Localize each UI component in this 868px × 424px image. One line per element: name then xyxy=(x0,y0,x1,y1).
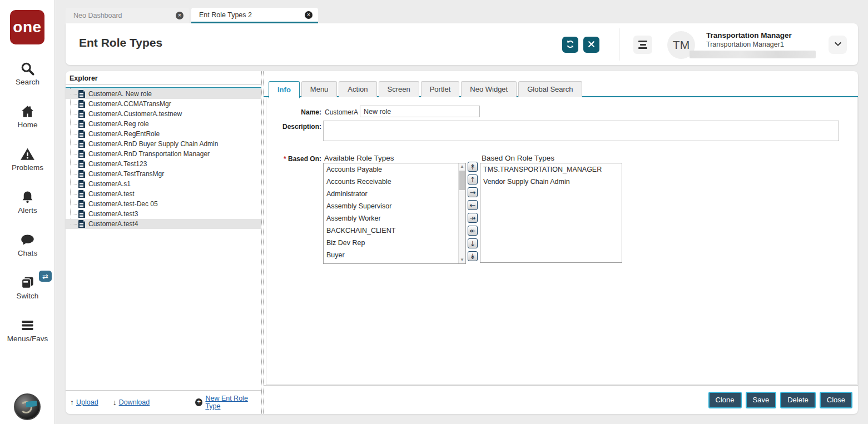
explorer-item-label: CustomerA.Test123 xyxy=(88,160,147,168)
explorer-item[interactable]: CustomerA.RegEntRole xyxy=(66,129,261,139)
move-all-left-button[interactable]: ↞ xyxy=(468,226,478,236)
new-ent-role-type-link[interactable]: New Ent Role Type xyxy=(205,395,261,410)
move-to-bottom-button[interactable]: ↡ xyxy=(468,251,478,261)
form-tab[interactable]: Neo Widget xyxy=(461,81,517,97)
sidebar-item-label: Home xyxy=(17,121,37,129)
sidebar-item-label: Search xyxy=(16,78,39,86)
explorer-item-label: CustomerA.s1 xyxy=(88,180,131,188)
listbox-scrollbar: ▲ ▼ xyxy=(458,163,465,263)
sidebar-item-menus-favs[interactable]: Menus/Favs xyxy=(0,309,55,352)
explorer-panel: Explorer CustomerA. New role CustomerA.C… xyxy=(66,71,261,414)
form-tab[interactable]: Screen xyxy=(379,81,419,97)
document-icon xyxy=(78,90,85,98)
sidebar-item-label: Alerts xyxy=(18,206,37,215)
explorer-footer: ↑ Upload ↓ Download + New Ent Role Type xyxy=(66,390,261,414)
transfer-button-column: ↟ ↑ → ← ↠ ↞ ↓ ↡ xyxy=(468,162,479,261)
assistant-avatar[interactable] xyxy=(14,393,41,420)
explorer-item[interactable]: CustomerA.RnD Transportation Manager xyxy=(66,149,261,159)
sidebar-item-home[interactable]: Home xyxy=(0,95,55,138)
description-input[interactable] xyxy=(323,121,839,141)
explorer-item-label: CustomerA.test4 xyxy=(88,220,138,228)
explorer-item-label: CustomerA.CustomerA.testnew xyxy=(88,110,182,118)
panel-divider[interactable] xyxy=(261,71,264,414)
sidebar-item-alerts[interactable]: Alerts xyxy=(0,181,55,223)
close-screen-button[interactable] xyxy=(583,37,599,53)
available-role-option[interactable]: Assembly Worker xyxy=(324,212,458,225)
explorer-item[interactable]: CustomerA.Test123 xyxy=(66,159,261,169)
document-icon xyxy=(78,150,85,158)
form-tabbar: Info Menu Action Screen Portlet Neo Widg… xyxy=(266,81,584,97)
form-tab[interactable]: Portlet xyxy=(421,81,460,97)
move-left-button[interactable]: ← xyxy=(468,200,478,210)
document-icon xyxy=(78,200,85,208)
move-right-button[interactable]: → xyxy=(468,187,478,197)
form-tab[interactable]: Action xyxy=(339,81,376,97)
upload-link[interactable]: Upload xyxy=(76,398,98,406)
user-name: Transportation Manager1 xyxy=(706,41,784,48)
refresh-button[interactable] xyxy=(562,37,578,53)
name-prefix: CustomerA . xyxy=(325,108,361,116)
document-icon xyxy=(78,210,85,218)
download-link[interactable]: Download xyxy=(119,398,150,406)
explorer-title: Explorer xyxy=(70,74,98,82)
close-tab-icon[interactable]: × xyxy=(176,12,183,19)
available-role-option[interactable]: Assembly Supervisor xyxy=(324,200,458,212)
available-role-option[interactable]: BACKCHAIN_CLIENT xyxy=(324,225,458,237)
document-icon xyxy=(78,170,85,178)
move-down-button[interactable]: ↓ xyxy=(468,238,478,248)
explorer-item[interactable]: CustomerA.test4 xyxy=(66,219,261,229)
close-button[interactable]: Close xyxy=(820,392,852,408)
clone-button[interactable]: Clone xyxy=(708,392,742,408)
explorer-item[interactable]: CustomerA.s1 xyxy=(66,179,261,189)
one-logo[interactable]: one xyxy=(10,10,44,44)
based-on-label: * Based On: xyxy=(266,155,321,163)
available-role-option[interactable]: Buyer xyxy=(324,249,458,261)
explorer-item[interactable]: CustomerA.TestTransMgr xyxy=(66,169,261,179)
explorer-item[interactable]: CustomerA.test xyxy=(66,189,261,199)
based-on-role-option[interactable]: Vendor Supply Chain Admin xyxy=(480,176,622,188)
form-tab[interactable]: Menu xyxy=(301,81,338,97)
sidebar-item-switch[interactable]: Switch ⇄ xyxy=(0,266,55,309)
form-tab[interactable]: Info xyxy=(269,81,300,98)
window-tab-ent-role-types[interactable]: Ent Role Types 2 × xyxy=(191,8,318,23)
switch-badge-icon[interactable]: ⇄ xyxy=(39,271,52,282)
available-role-option[interactable]: Accounts Payable xyxy=(324,163,458,176)
move-all-right-button[interactable]: ↠ xyxy=(468,213,478,223)
document-icon xyxy=(78,140,85,148)
user-menu-chevron-button[interactable] xyxy=(829,36,847,54)
move-up-button[interactable]: ↑ xyxy=(468,174,478,184)
page-header: Ent Role Types TM Transportation Manager… xyxy=(66,23,858,65)
close-tab-icon[interactable]: × xyxy=(305,11,313,19)
explorer-item[interactable]: CustomerA. New role xyxy=(66,89,261,99)
explorer-item[interactable]: CustomerA.CCMATransMgr xyxy=(66,99,261,109)
sidebar-item-problems[interactable]: Problems xyxy=(0,138,55,181)
sidebar-item-chats[interactable]: Chats xyxy=(0,223,55,266)
delete-button[interactable]: Delete xyxy=(780,392,816,408)
save-button[interactable]: Save xyxy=(746,392,777,408)
explorer-item[interactable]: CustomerA.test-Dec 05 xyxy=(66,199,261,209)
based-on-role-option[interactable]: TMS.TRANSPORTATION_MANAGER xyxy=(480,163,622,176)
scrollbar-thumb[interactable] xyxy=(459,171,465,190)
context-menu-button[interactable] xyxy=(633,36,652,54)
explorer-item[interactable]: CustomerA.RnD Buyer Supply Chain Admin xyxy=(66,139,261,149)
window-tab-label: Neo Dashboard xyxy=(73,12,122,19)
explorer-item[interactable]: CustomerA.test3 xyxy=(66,209,261,219)
form-footer: Clone Save Delete Close xyxy=(264,385,858,414)
scroll-down-icon[interactable]: ▼ xyxy=(459,257,465,263)
move-to-top-button[interactable]: ↟ xyxy=(468,162,478,172)
sidebar-item-label: Menus/Favs xyxy=(7,335,48,343)
available-role-option[interactable]: Administrator xyxy=(324,188,458,200)
sidebar-item-search[interactable]: Search xyxy=(0,52,55,95)
explorer-item[interactable]: CustomerA.CustomerA.testnew xyxy=(66,109,261,119)
document-icon xyxy=(78,180,85,188)
name-input[interactable] xyxy=(360,106,480,117)
form-tab[interactable]: Global Search xyxy=(518,81,582,97)
window-tab-neo-dashboard[interactable]: Neo Dashboard × xyxy=(66,8,189,23)
chat-bubble-icon xyxy=(20,232,35,247)
explorer-item-label: CustomerA.test xyxy=(88,190,135,198)
available-role-option[interactable]: Accounts Receivable xyxy=(324,176,458,188)
scroll-up-icon[interactable]: ▲ xyxy=(459,163,465,170)
plus-circle-icon: + xyxy=(195,398,202,406)
available-role-option[interactable]: Biz Dev Rep xyxy=(324,237,458,249)
explorer-item[interactable]: CustomerA.Reg role xyxy=(66,119,261,129)
